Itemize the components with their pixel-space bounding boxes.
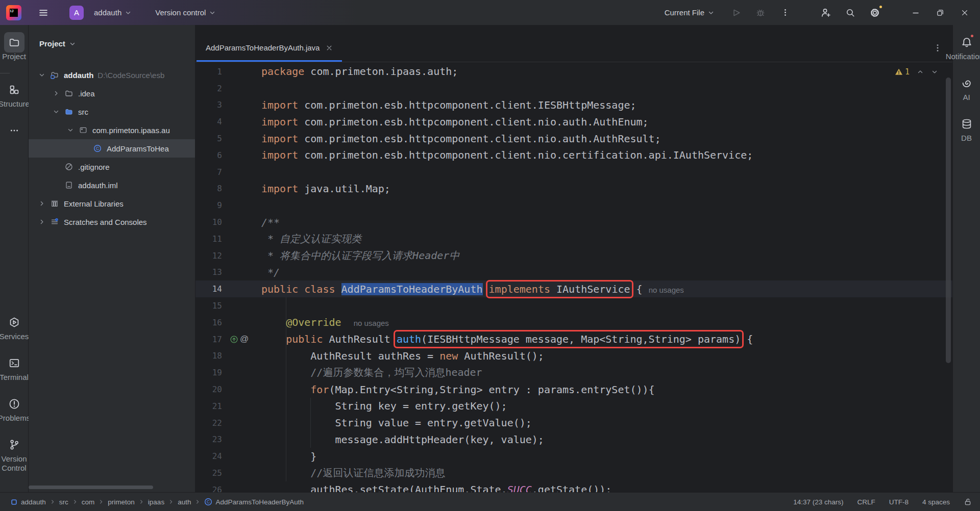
code-line-7[interactable]: 7 <box>195 164 952 181</box>
services-button[interactable] <box>4 312 24 333</box>
vcs-selector[interactable]: Version control <box>155 8 216 17</box>
line-number[interactable]: 8 <box>195 184 222 193</box>
line-separator[interactable]: CRLF <box>857 498 875 506</box>
prev-problem-chevron-up-icon[interactable] <box>917 68 924 75</box>
breadcrumb-item-addauth[interactable]: addauth <box>10 498 46 506</box>
overrides-gutter-icon[interactable] <box>230 335 238 344</box>
code-line-16[interactable]: 16 @Override no usages <box>195 314 952 331</box>
code-line-6[interactable]: 6import com.primeton.esb.httpcomponent.c… <box>195 147 952 164</box>
code-line-24[interactable]: 24 } <box>195 448 952 465</box>
chevron-down-icon[interactable] <box>67 126 74 134</box>
code-line-14[interactable]: 14public class AddParamsToHeaderByAuth i… <box>195 280 952 297</box>
line-number[interactable]: 13 <box>195 267 222 277</box>
next-problem-chevron-down-icon[interactable] <box>931 68 938 75</box>
breadcrumb-item-addparamstoheaderbyauth[interactable]: CAddParamsToHeaderByAuth <box>204 498 304 506</box>
line-number[interactable]: 9 <box>195 200 222 210</box>
code-line-25[interactable]: 25 //返回认证信息添加成功消息 <box>195 465 952 481</box>
line-number[interactable]: 11 <box>195 234 222 244</box>
chevron-down-icon[interactable] <box>53 108 60 115</box>
chevron-right-icon[interactable] <box>38 218 45 225</box>
tree-item-addauth[interactable]: addauthD:\CodeSource\esb <box>29 66 195 84</box>
line-number[interactable]: 16 <box>195 318 222 327</box>
code-editor[interactable]: 1package com.primeton.ipaas.auth;23impor… <box>195 62 952 492</box>
line-number[interactable]: 25 <box>195 468 222 478</box>
code-line-22[interactable]: 22 String value = entry.getValue(); <box>195 415 952 431</box>
tree-item-src[interactable]: src <box>29 103 195 121</box>
chevron-right-icon[interactable] <box>38 200 45 207</box>
tool-strip-item-structure[interactable]: Structure <box>0 80 30 108</box>
vertical-scrollbar[interactable] <box>946 78 951 363</box>
ai-assistant-button[interactable] <box>957 73 977 93</box>
debug-button[interactable] <box>750 3 771 23</box>
tree-item--gitignore[interactable]: .gitignore <box>29 158 195 176</box>
line-number[interactable]: 5 <box>195 134 222 143</box>
breadcrumb-item-src[interactable]: src <box>59 498 68 506</box>
code-line-2[interactable]: 2 <box>195 80 952 97</box>
code-line-18[interactable]: 18 AuthResult authRes = new AuthResult()… <box>195 348 952 365</box>
code-line-15[interactable]: 15 <box>195 297 952 314</box>
more-tool-windows-button[interactable] <box>4 120 24 141</box>
breadcrumb-item-ipaas[interactable]: ipaas <box>148 498 164 506</box>
line-number[interactable]: 17 <box>195 335 222 344</box>
code-line-1[interactable]: 1package com.primeton.ipaas.auth; <box>195 63 952 80</box>
code-line-26[interactable]: 26 authRes.setState(AuthEnum.State.SUCC.… <box>195 481 952 492</box>
code-line-17[interactable]: 17@ public AuthResult auth(IESBHttpMessa… <box>195 331 952 348</box>
settings-button[interactable] <box>865 3 885 23</box>
code-line-3[interactable]: 3import com.primeton.esb.httpcomponent.c… <box>195 97 952 114</box>
tree-chevron[interactable] <box>49 90 63 97</box>
minimize-button[interactable] <box>905 3 926 23</box>
caret-position[interactable]: 14:37 (23 chars) <box>793 498 843 506</box>
code-line-4[interactable]: 4import com.primeton.esb.httpcomponent.c… <box>195 113 952 130</box>
tool-strip-item-problems[interactable]: Problems <box>0 394 30 422</box>
line-number[interactable]: 10 <box>195 217 222 227</box>
unlocked-icon[interactable] <box>964 498 972 506</box>
problems-button[interactable] <box>4 394 24 414</box>
line-number[interactable]: 21 <box>195 401 222 411</box>
chevron-right-icon[interactable] <box>53 90 60 97</box>
tool-strip-item-more-tool-windows[interactable] <box>0 120 30 141</box>
code-line-10[interactable]: 10/** <box>195 214 952 231</box>
line-number[interactable]: 20 <box>195 385 222 394</box>
file-encoding[interactable]: UTF-8 <box>889 498 909 506</box>
structure-button[interactable] <box>4 80 24 100</box>
line-number[interactable]: 15 <box>195 301 222 311</box>
database-button[interactable] <box>957 114 977 134</box>
code-line-19[interactable]: 19 //遍历参数集合，均写入消息header <box>195 364 952 381</box>
code-with-me-button[interactable] <box>816 3 836 23</box>
tree-item-com-primeton-ipaas-au[interactable]: com.primeton.ipaas.au <box>29 121 195 139</box>
line-number[interactable]: 6 <box>195 150 222 160</box>
close-button[interactable] <box>954 3 975 23</box>
inspection-widget[interactable]: 1 <box>895 67 938 76</box>
code-line-20[interactable]: 20 for(Map.Entry<String,String> entry : … <box>195 381 952 398</box>
code-line-12[interactable]: 12 * 将集合中的认证字段写入请求Header中 <box>195 247 952 264</box>
tool-strip-item-version-control[interactable]: Version Control <box>0 435 30 473</box>
tree-chevron[interactable] <box>35 71 49 79</box>
horizontal-scrollbar[interactable] <box>29 486 153 489</box>
breadcrumb-item-auth[interactable]: auth <box>178 498 191 506</box>
chevron-down-icon[interactable] <box>38 71 45 79</box>
search-everywhere-button[interactable] <box>840 3 861 23</box>
tab-close-icon[interactable] <box>326 44 333 52</box>
tree-chevron[interactable] <box>35 218 49 225</box>
code-line-13[interactable]: 13 */ <box>195 264 952 281</box>
code-line-9[interactable]: 9 <box>195 197 952 214</box>
line-number[interactable]: 3 <box>195 100 222 110</box>
tree-chevron[interactable] <box>35 200 49 207</box>
line-number[interactable]: 7 <box>195 167 222 177</box>
tool-strip-item-services[interactable]: Services <box>0 312 30 341</box>
line-number[interactable]: 2 <box>195 84 222 93</box>
code-line-21[interactable]: 21 String key = entry.getKey(); <box>195 398 952 415</box>
breadcrumb-item-com[interactable]: com <box>82 498 95 506</box>
terminal-button[interactable] <box>4 353 24 373</box>
more-actions-button[interactable] <box>775 3 795 23</box>
line-number[interactable]: 22 <box>195 418 222 428</box>
annotated-gutter-icon[interactable]: @ <box>240 334 249 344</box>
version-control-button[interactable] <box>4 435 24 455</box>
line-number[interactable]: 26 <box>195 485 222 492</box>
code-line-8[interactable]: 8import java.util.Map; <box>195 181 952 197</box>
code-line-23[interactable]: 23 message.addHttpHeader(key, value); <box>195 431 952 448</box>
code-line-11[interactable]: 11 * 自定义认证实现类 <box>195 231 952 247</box>
run-configuration-selector[interactable]: Current File <box>665 8 715 17</box>
tree-item-addparamstohea[interactable]: CAddParamsToHea <box>29 139 195 158</box>
tree-chevron[interactable] <box>63 126 78 134</box>
